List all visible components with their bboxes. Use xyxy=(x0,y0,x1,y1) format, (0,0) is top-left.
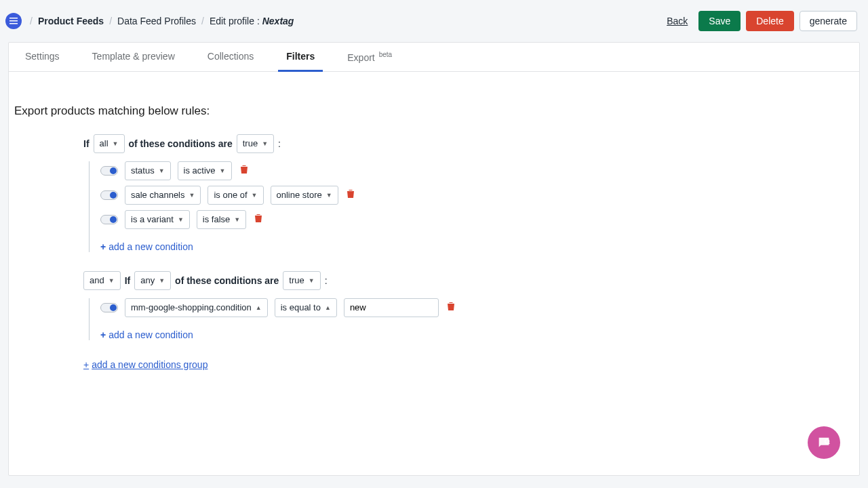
group1-header: If all ▼ of these conditions are true ▼ … xyxy=(83,134,854,153)
tab-settings[interactable]: Settings xyxy=(22,43,62,71)
chevron-down-icon: ▼ xyxy=(234,216,240,223)
chevron-down-icon: ▼ xyxy=(159,167,165,174)
hamburger-icon xyxy=(9,17,18,25)
chat-icon xyxy=(816,435,831,450)
breadcrumb-level2[interactable]: Data Feed Profiles xyxy=(117,16,196,26)
svg-rect-0 xyxy=(9,18,18,19)
chevron-up-icon: ▲ xyxy=(325,304,331,311)
trash-icon[interactable] xyxy=(254,214,262,225)
group1-quantifier-select[interactable]: all ▼ xyxy=(94,134,125,153)
plus-icon: + xyxy=(100,329,106,340)
top-actions: Back Save Delete generate xyxy=(667,11,857,31)
main-card: Settings Template & preview Collections … xyxy=(8,42,860,476)
chevron-down-icon: ▼ xyxy=(189,192,195,199)
tab-filters[interactable]: Filters xyxy=(283,43,317,71)
save-button[interactable]: Save xyxy=(698,11,741,31)
value-input[interactable] xyxy=(344,298,439,317)
add-condition-link[interactable]: + add a new condition xyxy=(100,329,193,340)
plus-icon: + xyxy=(100,241,106,252)
back-link[interactable]: Back xyxy=(667,16,688,26)
operator-select[interactable]: is one of ▼ xyxy=(208,186,263,205)
delete-button[interactable]: Delete xyxy=(746,11,793,31)
of-conditions-label: of these conditions are xyxy=(129,138,233,149)
add-conditions-group-link[interactable]: + add a new conditions group xyxy=(83,359,208,370)
field-select[interactable]: sale channels ▼ xyxy=(125,186,201,205)
group2-value-select[interactable]: true ▼ xyxy=(283,271,320,290)
group2-join-select[interactable]: and ▼ xyxy=(83,271,121,290)
tab-export[interactable]: Export beta xyxy=(344,43,395,71)
chevron-down-icon: ▼ xyxy=(262,140,268,147)
if-label: If xyxy=(125,275,131,286)
field-select[interactable]: status ▼ xyxy=(125,161,171,180)
tabs: Settings Template & preview Collections … xyxy=(9,43,859,72)
menu-button[interactable] xyxy=(5,13,22,29)
chevron-up-icon: ▲ xyxy=(256,304,262,311)
group2-header: and ▼ If any ▼ of these conditions are t… xyxy=(83,271,854,290)
if-label: If xyxy=(83,138,90,149)
condition-toggle[interactable] xyxy=(100,215,118,224)
value-select[interactable]: online store ▼ xyxy=(271,186,338,205)
chevron-down-icon: ▼ xyxy=(113,140,119,147)
trash-icon[interactable] xyxy=(347,189,355,201)
trash-icon[interactable] xyxy=(447,302,455,313)
chevron-down-icon: ▼ xyxy=(108,277,115,284)
operator-select[interactable]: is false ▼ xyxy=(197,210,246,229)
plus-icon: + xyxy=(83,359,89,370)
breadcrumb-current: Edit profile : Nextag xyxy=(210,16,294,26)
breadcrumb-separator: / xyxy=(109,16,112,26)
help-fab[interactable] xyxy=(808,426,840,459)
condition-row: mm-google-shopping.condition ▲ is equal … xyxy=(100,298,854,317)
condition-toggle[interactable] xyxy=(100,166,118,176)
breadcrumb-level1[interactable]: Product Feeds xyxy=(38,16,104,26)
condition-toggle[interactable] xyxy=(100,190,118,200)
condition-row: is a variant ▼ is false ▼ xyxy=(100,210,854,229)
svg-rect-2 xyxy=(9,23,18,24)
breadcrumb-separator: / xyxy=(201,16,204,26)
chevron-down-icon: ▼ xyxy=(159,277,165,284)
svg-rect-1 xyxy=(9,20,18,22)
group1-value-select[interactable]: true ▼ xyxy=(237,134,274,153)
add-condition-link[interactable]: + add a new condition xyxy=(100,241,193,252)
chevron-down-icon: ▼ xyxy=(252,192,258,199)
topbar: / Product Feeds / Data Feed Profiles / E… xyxy=(0,0,868,42)
generate-button[interactable]: generate xyxy=(800,11,857,31)
section-title: Export products matching below rules: xyxy=(9,72,859,134)
tab-collections[interactable]: Collections xyxy=(205,43,256,71)
beta-badge: beta xyxy=(379,51,392,58)
trash-icon[interactable] xyxy=(240,165,248,176)
chevron-down-icon: ▼ xyxy=(309,277,315,284)
field-select[interactable]: mm-google-shopping.condition ▲ xyxy=(125,298,268,317)
operator-select[interactable]: is active ▼ xyxy=(178,161,232,180)
operator-select[interactable]: is equal to ▲ xyxy=(275,298,337,317)
of-conditions-label: of these conditions are xyxy=(175,275,279,286)
colon: : xyxy=(278,138,281,149)
tab-template-preview[interactable]: Template & preview xyxy=(90,43,178,71)
rules-area: If all ▼ of these conditions are true ▼ … xyxy=(9,134,859,386)
chevron-down-icon: ▼ xyxy=(178,216,184,223)
condition-toggle[interactable] xyxy=(100,303,118,312)
field-select[interactable]: is a variant ▼ xyxy=(125,210,190,229)
condition-row: sale channels ▼ is one of ▼ online store… xyxy=(100,186,854,205)
group2-quantifier-select[interactable]: any ▼ xyxy=(134,271,171,290)
group1-conditions: status ▼ is active ▼ sale channels ▼ xyxy=(89,161,854,252)
colon: : xyxy=(325,275,328,286)
chevron-down-icon: ▼ xyxy=(220,167,226,174)
condition-row: status ▼ is active ▼ xyxy=(100,161,854,180)
group2-conditions: mm-google-shopping.condition ▲ is equal … xyxy=(89,298,854,340)
breadcrumb-separator: / xyxy=(30,16,33,26)
chevron-down-icon: ▼ xyxy=(326,192,332,199)
